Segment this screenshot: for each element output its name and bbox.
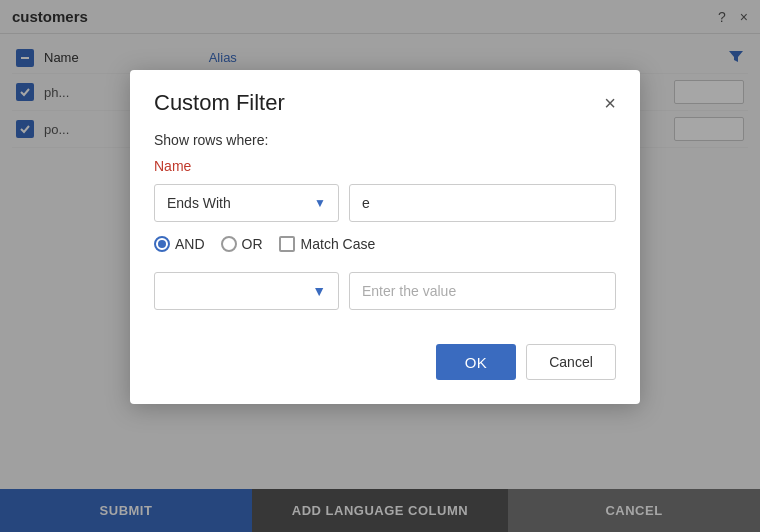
match-case-checkbox[interactable]: Match Case [279,236,376,252]
operator-dropdown[interactable]: Ends With ▼ [154,184,339,222]
dialog-header: Custom Filter × [130,70,640,128]
operator-label: Ends With [167,195,231,211]
ok-button[interactable]: OK [436,344,516,380]
show-rows-label: Show rows where: [154,132,616,148]
options-row: AND OR Match Case [154,236,616,252]
field-name-label: Name [154,158,616,174]
and-label: AND [175,236,205,252]
second-filter-row: ▼ [154,272,616,310]
chevron-down-icon: ▼ [312,283,326,299]
or-label: OR [242,236,263,252]
chevron-down-icon: ▼ [314,196,326,210]
match-case-label: Match Case [301,236,376,252]
value-input[interactable] [349,184,616,222]
or-radio-outer [221,236,237,252]
match-case-box [279,236,295,252]
cancel-button[interactable]: Cancel [526,344,616,380]
dialog-close-button[interactable]: × [604,93,616,113]
dialog-footer: OK Cancel [154,340,616,380]
second-value-input[interactable] [349,272,616,310]
dialog-title: Custom Filter [154,90,285,116]
and-radio-outer [154,236,170,252]
second-operator-dropdown[interactable]: ▼ [154,272,339,310]
or-radio[interactable]: OR [221,236,263,252]
and-radio-inner [158,240,166,248]
dialog-body: Show rows where: Name Ends With ▼ AND OR [130,128,640,404]
custom-filter-dialog: Custom Filter × Show rows where: Name En… [130,70,640,404]
and-radio[interactable]: AND [154,236,205,252]
first-filter-row: Ends With ▼ [154,184,616,222]
